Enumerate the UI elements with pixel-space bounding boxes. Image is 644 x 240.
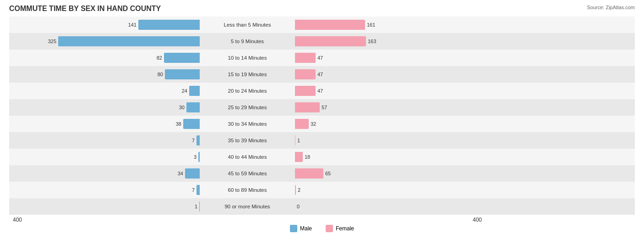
female-value-label: 161 (367, 22, 375, 28)
male-value-label: 3 (194, 154, 196, 160)
bar-male (58, 36, 200, 46)
table-row: 3255 to 9 Minutes163 (9, 33, 635, 50)
bar-female (295, 185, 296, 195)
rows-container: 141Less than 5 Minutes1613255 to 9 Minut… (9, 17, 635, 215)
left-bar-side: 34 (9, 165, 202, 182)
axis-row: 400 400 (9, 217, 635, 223)
bar-male (183, 119, 200, 129)
bar-female (295, 20, 365, 30)
left-bar-side: 1 (9, 198, 202, 215)
male-value-label: 34 (178, 171, 183, 176)
male-value-label: 24 (182, 88, 187, 94)
legend: Male Female (9, 225, 635, 232)
female-value-label: 65 (325, 171, 331, 176)
table-row: 190 or more Minutes0 (9, 198, 635, 215)
category-label: 15 to 19 Minutes (202, 72, 293, 77)
table-row: 141Less than 5 Minutes161 (9, 17, 635, 33)
bar-female (295, 168, 323, 179)
female-value-label: 2 (298, 187, 300, 193)
category-label: 45 to 59 Minutes (202, 171, 293, 176)
legend-male-box (290, 225, 297, 232)
category-label: 5 to 9 Minutes (202, 39, 293, 44)
bar-male (196, 135, 200, 145)
right-bar-side: 65 (293, 165, 486, 182)
legend-male: Male (290, 225, 312, 232)
axis-label-right: 400 (293, 217, 486, 223)
table-row: 3830 to 34 Minutes32 (9, 116, 635, 132)
table-row: 3025 to 29 Minutes57 (9, 99, 635, 116)
table-row: 340 to 44 Minutes18 (9, 149, 635, 165)
source-text: Source: ZipAtlas.com (587, 5, 635, 10)
left-bar-side: 7 (9, 182, 202, 198)
left-bar-side: 38 (9, 116, 202, 132)
left-bar-side: 30 (9, 99, 202, 116)
male-value-label: 141 (128, 22, 136, 28)
category-label: 20 to 24 Minutes (202, 88, 293, 94)
table-row: 3445 to 59 Minutes65 (9, 165, 635, 182)
right-bar-side: 161 (293, 17, 486, 33)
female-value-label: 0 (297, 204, 300, 209)
table-row: 2420 to 24 Minutes47 (9, 83, 635, 99)
table-row: 760 to 89 Minutes2 (9, 182, 635, 198)
bar-male (198, 152, 200, 162)
right-bar-side: 47 (293, 83, 486, 99)
female-value-label: 47 (317, 55, 323, 61)
legend-female-box (326, 225, 333, 232)
category-label: 25 to 29 Minutes (202, 105, 293, 110)
left-bar-side: 7 (9, 132, 202, 149)
male-value-label: 7 (192, 138, 195, 143)
chart-title: COMMUTE TIME BY SEX IN HAND COUNTY (9, 5, 635, 13)
left-bar-side: 24 (9, 83, 202, 99)
right-bar-side: 47 (293, 50, 486, 66)
male-value-label: 82 (157, 55, 162, 61)
legend-male-label: Male (300, 225, 312, 232)
legend-female-label: Female (336, 225, 354, 232)
left-bar-side: 141 (9, 17, 202, 33)
right-bar-side: 57 (293, 99, 486, 116)
male-value-label: 38 (176, 121, 181, 127)
bar-male (199, 201, 200, 212)
category-label: 40 to 44 Minutes (202, 154, 293, 160)
left-bar-side: 325 (9, 33, 202, 50)
bar-female (295, 119, 309, 129)
bar-female (295, 36, 366, 46)
right-bar-side: 32 (293, 116, 486, 132)
bar-female (295, 102, 320, 112)
male-value-label: 30 (179, 105, 185, 110)
right-bar-side: 2 (293, 182, 486, 198)
category-label: Less than 5 Minutes (202, 22, 293, 28)
bar-female (295, 69, 316, 79)
male-value-label: 1 (195, 204, 197, 209)
bar-male (164, 53, 200, 63)
female-value-label: 47 (317, 88, 323, 94)
right-bar-side: 1 (293, 132, 486, 149)
female-value-label: 18 (305, 154, 310, 160)
right-bar-side: 47 (293, 66, 486, 83)
right-bar-side: 163 (293, 33, 486, 50)
female-value-label: 57 (322, 105, 327, 110)
bar-male (196, 185, 200, 195)
left-bar-side: 3 (9, 149, 202, 165)
category-label: 90 or more Minutes (202, 204, 293, 209)
legend-female: Female (326, 225, 354, 232)
female-value-label: 47 (317, 72, 323, 77)
male-value-label: 7 (192, 187, 195, 193)
female-value-label: 32 (311, 121, 316, 127)
right-bar-side: 18 (293, 149, 486, 165)
right-bar-side: 0 (293, 198, 486, 215)
bar-male (185, 168, 200, 179)
male-value-label: 80 (158, 72, 163, 77)
category-label: 10 to 14 Minutes (202, 55, 293, 61)
category-label: 30 to 34 Minutes (202, 121, 293, 127)
bar-male (165, 69, 200, 79)
bar-male (189, 86, 200, 96)
bar-male (138, 20, 200, 30)
bar-female (295, 53, 316, 63)
bar-female (295, 152, 303, 162)
table-row: 8210 to 14 Minutes47 (9, 50, 635, 66)
female-value-label: 163 (368, 39, 376, 44)
bar-male (186, 102, 200, 112)
bar-female (295, 135, 295, 145)
male-value-label: 325 (48, 39, 56, 44)
chart-container: COMMUTE TIME BY SEX IN HAND COUNTY Sourc… (0, 0, 644, 240)
